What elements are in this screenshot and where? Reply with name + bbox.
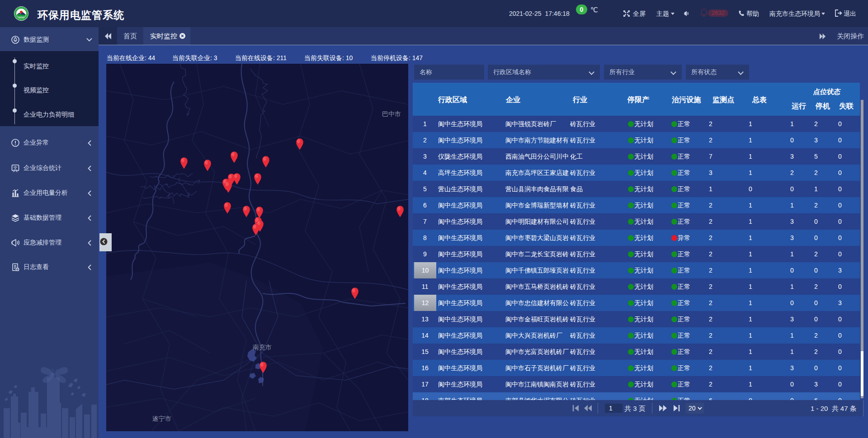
svg-text:巴中市: 巴中市 — [382, 110, 401, 118]
svg-text:南充市: 南充市 — [253, 344, 272, 351]
svg-text:文: 文 — [13, 165, 18, 170]
svg-text:遂宁市: 遂宁市 — [152, 415, 171, 422]
